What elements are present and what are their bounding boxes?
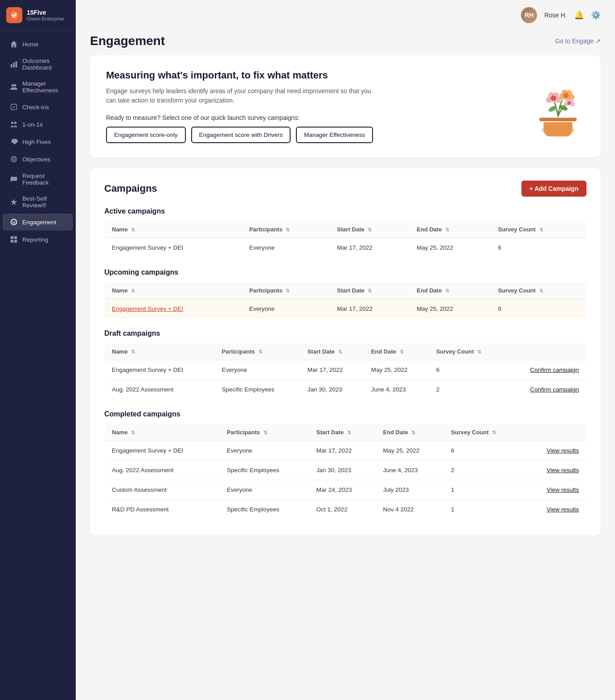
sidebar: 15Five Green Enterprise Home Outcomes Da… xyxy=(0,0,76,700)
svg-point-14 xyxy=(14,221,15,222)
add-campaign-button[interactable]: + Add Campaign xyxy=(521,181,586,197)
sidebar-item-request-feedback[interactable]: Request Feedback xyxy=(3,168,73,190)
external-link-icon: ↗ xyxy=(595,37,601,45)
sidebar-item-high-fives[interactable]: High Fives xyxy=(3,133,73,150)
svg-rect-16 xyxy=(14,236,17,239)
username: Rose H. xyxy=(544,12,567,19)
sidebar-item-objectives[interactable]: Objectives xyxy=(3,151,73,168)
completed-campaigns-label: Completed campaigns xyxy=(104,410,586,418)
svg-point-5 xyxy=(14,84,16,86)
row-survey-count: 1 xyxy=(444,500,524,519)
go-to-engage-link[interactable]: Go to Engage ↗ xyxy=(555,37,601,45)
feedback-icon xyxy=(10,175,18,183)
app-name: 15Five xyxy=(27,9,64,16)
col-start-date[interactable]: Start Date ⇅ xyxy=(309,424,376,441)
col-name[interactable]: Name ⇅ xyxy=(105,282,242,299)
col-start-date[interactable]: Start Date ⇅ xyxy=(330,282,410,299)
view-results-link-2[interactable]: View results xyxy=(546,467,579,474)
manager-effectiveness-button[interactable]: Manager Effectiveness xyxy=(296,127,373,143)
row-participants: Everyone xyxy=(220,441,309,461)
row-action: Confirm campaign xyxy=(505,360,586,380)
sidebar-item-best-self-review[interactable]: Best-Self Review® xyxy=(3,191,73,213)
engagement-score-with-drivers-button[interactable]: Engagement score with Drivers xyxy=(191,127,291,143)
col-start-date[interactable]: Start Date ⇅ xyxy=(300,343,364,360)
sidebar-item-1-on-1s[interactable]: 1-on-1s xyxy=(3,116,73,133)
col-participants[interactable]: Participants ⇅ xyxy=(242,282,330,299)
col-participants[interactable]: Participants ⇅ xyxy=(242,221,330,238)
sidebar-item-manager-effectiveness[interactable]: Manager Effectiveness xyxy=(3,76,73,98)
col-name[interactable]: Name ⇅ xyxy=(105,221,242,238)
main-content: RH Rose H. 🔔 ⚙️ Engagement Go to Engage … xyxy=(76,0,615,700)
table-row: Engagement Survey + DEI Everyone Mar 17,… xyxy=(105,441,586,461)
row-end-date: July 2023 xyxy=(376,480,444,500)
row-action: View results xyxy=(524,461,586,480)
row-action: Confirm campaign xyxy=(505,380,586,399)
row-participants: Specific Employees xyxy=(220,461,309,480)
sidebar-item-reporting[interactable]: Reporting xyxy=(3,231,73,248)
svg-rect-17 xyxy=(11,240,13,243)
hero-buttons: Engagement score-only Engagement score w… xyxy=(106,127,373,143)
col-end-date[interactable]: End Date ⇅ xyxy=(410,282,491,299)
svg-rect-18 xyxy=(14,240,17,243)
row-participants: Everyone xyxy=(242,238,330,258)
col-name[interactable]: Name ⇅ xyxy=(105,343,215,360)
svg-point-27 xyxy=(551,95,556,101)
col-end-date[interactable]: End Date ⇅ xyxy=(376,424,444,441)
sidebar-logo: 15Five Green Enterprise xyxy=(0,0,76,31)
table-row: Aug. 2022 Assessment Specific Employees … xyxy=(105,461,586,480)
svg-point-11 xyxy=(13,159,15,160)
draft-campaigns-label: Draft campaigns xyxy=(104,329,586,338)
top-header: RH Rose H. 🔔 ⚙️ xyxy=(76,0,615,30)
checkin-icon xyxy=(10,103,18,111)
engagement-score-only-button[interactable]: Engagement score-only xyxy=(106,127,186,143)
row-participants: Everyone xyxy=(242,299,330,319)
svg-point-4 xyxy=(12,84,14,86)
row-end-date: June 4, 2023 xyxy=(376,461,444,480)
col-end-date[interactable]: End Date ⇅ xyxy=(364,343,429,360)
notifications-icon[interactable]: 🔔 xyxy=(574,10,584,20)
row-start-date: Jan 30, 2023 xyxy=(300,380,364,399)
col-action xyxy=(505,343,586,360)
sidebar-item-engagement[interactable]: Engagement xyxy=(3,214,73,231)
col-end-date[interactable]: End Date ⇅ xyxy=(410,221,491,238)
page-title: Engagement xyxy=(90,34,165,48)
table-row: R&D PD Assessment Specific Employees Oct… xyxy=(105,500,586,519)
upcoming-table-header: Name ⇅ Participants ⇅ Start Date ⇅ End D… xyxy=(105,282,586,299)
col-survey-count[interactable]: Survey Count ⇅ xyxy=(429,343,505,360)
svg-point-7 xyxy=(11,122,13,124)
view-results-link-4[interactable]: View results xyxy=(546,506,579,513)
col-survey-count[interactable]: Survey Count ⇅ xyxy=(444,424,524,441)
svg-point-8 xyxy=(14,122,16,124)
campaigns-title: Campaigns xyxy=(104,183,157,194)
chart-icon xyxy=(10,60,18,68)
row-survey-count: 2 xyxy=(429,380,505,399)
col-start-date[interactable]: Start Date ⇅ xyxy=(330,221,410,238)
col-survey-count[interactable]: Survey Count ⇅ xyxy=(491,221,586,238)
col-participants[interactable]: Participants ⇅ xyxy=(215,343,300,360)
view-results-link-3[interactable]: View results xyxy=(546,486,579,493)
col-survey-count[interactable]: Survey Count ⇅ xyxy=(491,282,586,299)
campaign-link[interactable]: Engagement Survey + DEI xyxy=(112,305,183,312)
confirm-campaign-link[interactable]: Confirm campaign xyxy=(530,366,579,373)
row-survey-count: 6 xyxy=(429,360,505,380)
sidebar-item-check-ins[interactable]: Check-ins xyxy=(3,99,73,115)
col-name[interactable]: Name ⇅ xyxy=(105,424,220,441)
table-row: Engagement Survey + DEI Everyone Mar 17,… xyxy=(105,360,586,380)
col-participants[interactable]: Participants ⇅ xyxy=(220,424,309,441)
upcoming-campaigns-label: Upcoming campaigns xyxy=(104,268,586,276)
row-action: View results xyxy=(524,500,586,519)
view-results-link-1[interactable]: View results xyxy=(546,447,579,454)
row-name: Engagement Survey + DEI xyxy=(105,360,215,380)
table-row: Aug. 2022 Assessment Specific Employees … xyxy=(105,380,586,399)
page-title-area: Engagement Go to Engage ↗ xyxy=(76,30,615,55)
campaigns-card: Campaigns + Add Campaign Active campaign… xyxy=(90,168,601,535)
hero-text: Measuring what's important, to fix what … xyxy=(106,70,373,143)
settings-icon[interactable]: ⚙️ xyxy=(591,10,601,20)
svg-point-12 xyxy=(11,219,17,225)
confirm-campaign-link-2[interactable]: Confirm campaign xyxy=(530,386,579,393)
row-start-date: Jan 30, 2023 xyxy=(309,461,376,480)
row-end-date: May 25, 2022 xyxy=(410,238,491,258)
sidebar-item-outcomes-dashboard[interactable]: Outcomes Dashboard xyxy=(3,53,73,75)
sidebar-item-home[interactable]: Home xyxy=(3,36,73,53)
completed-table-header: Name ⇅ Participants ⇅ Start Date ⇅ End D… xyxy=(105,424,586,441)
